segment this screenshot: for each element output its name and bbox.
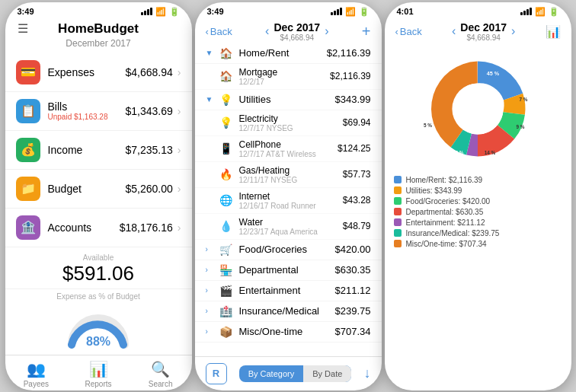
accounts-icon-box: 🏦 (16, 215, 40, 240)
month-nav: ‹ Dec 2017 $4,668.94 › (265, 21, 328, 42)
home-rent-icon: 🏠 (219, 47, 233, 59)
status-bar-3: 4:01 📶 🔋 (385, 2, 571, 18)
legend-utilities: Utilities: $343.99 (394, 186, 562, 195)
water-amount: $48.79 (343, 221, 371, 231)
ins-icon: 🏥 (219, 305, 233, 317)
s3-back-chevron-icon: ‹ (395, 26, 398, 37)
cellphone-row[interactable]: 📱 CellPhone 12/7/17 AT&T Wireless $124.2… (195, 136, 382, 162)
pct-ins: 5 % (424, 123, 432, 128)
dept-icon: 🏪 (219, 264, 233, 276)
add-button[interactable]: + (362, 23, 371, 40)
search-tab-label: Search (149, 380, 173, 388)
s2-bottom-bar: R By Category By Date ↓ (195, 356, 382, 390)
misc-expand-icon: › (206, 327, 213, 336)
food-row[interactable]: › 🛒 Food/Groceries $420.00 (195, 240, 382, 260)
utilities-row[interactable]: ▼ 💡 Utilities $343.99 (195, 90, 382, 110)
electricity-amount: $69.94 (343, 117, 371, 128)
budget-chevron: › (178, 183, 181, 195)
wifi-icon-3: 📶 (535, 7, 546, 17)
internet-row[interactable]: 🌐 Internet 12/16/17 Road Runner $43.28 (195, 188, 382, 214)
gas-icon: 🔥 (219, 168, 233, 180)
s3-back-button[interactable]: ‹ Back (395, 26, 422, 37)
legend-dot-home (394, 176, 402, 183)
food-amount: $420.00 (335, 244, 371, 255)
dept-row[interactable]: › 🏪 Departmental $630.35 (195, 260, 382, 281)
bills-icon: 📋 (21, 104, 36, 118)
menu-icon[interactable]: ☰ (18, 21, 28, 36)
search-tab-icon: 🔍 (151, 360, 170, 378)
income-amount: $7,235.13 (126, 144, 173, 156)
r-button[interactable]: R (206, 363, 227, 384)
legend-food: Food/Groceries: $420.00 (394, 197, 562, 206)
legend-dot-misc (394, 240, 402, 247)
accounts-chevron: › (178, 221, 181, 234)
legend-dot-ent (394, 218, 402, 226)
legend-dot-food (394, 197, 402, 205)
bills-row[interactable]: 📋 Bills Unpaid $1,163.28 $1,343.69 › (5, 92, 192, 131)
utilities-amount: $343.99 (335, 94, 371, 105)
by-category-button[interactable]: By Category (239, 365, 304, 382)
reports-tab-label: Reports (85, 380, 112, 388)
ins-row[interactable]: › 🏥 Insurance/Medical $239.75 (195, 301, 382, 322)
water-row[interactable]: 💧 Water 12/23/17 Aqua America $48.79 (195, 214, 382, 240)
donut-center (452, 83, 503, 134)
cellphone-icon: 📱 (219, 142, 233, 155)
expenses-chevron: › (178, 66, 181, 78)
accounts-amount: $18,176.16 (120, 221, 173, 234)
status-icons-2: 📶 🔋 (331, 7, 370, 17)
accounts-icon: 🏦 (21, 220, 36, 234)
accounts-label: Accounts (48, 221, 120, 234)
expenses-label: Expenses (48, 66, 126, 78)
donut-svg: 45 % 7 % 9 % 14 % 5 % 5 % 16 % (402, 48, 554, 170)
chart-type-icon[interactable]: 📊 (546, 24, 561, 39)
gas-row[interactable]: 🔥 Gas/Heating 12/11/17 NYSEG $57.73 (195, 162, 382, 188)
mortgage-icon: 🏠 (219, 70, 233, 82)
ent-name: Entertainment (239, 285, 335, 296)
misc-row[interactable]: › 📦 Misc/One-time $707.34 (195, 322, 382, 343)
accounts-row[interactable]: 🏦 Accounts $18,176.16 › (5, 209, 192, 247)
tab-reports[interactable]: 📊 Reports (67, 360, 130, 388)
home-rent-amount: $2,116.39 (327, 47, 371, 59)
back-label: Back (210, 26, 232, 37)
s3-next-month-button[interactable]: › (511, 24, 515, 38)
ent-row[interactable]: › 🎬 Entertainment $211.12 (195, 281, 382, 301)
month-title-block: Dec 2017 $4,668.94 (274, 21, 320, 42)
mortgage-row[interactable]: 🏠 Mortgage 12/2/17 $2,116.39 (195, 64, 382, 90)
cellphone-name: CellPhone 12/7/17 AT&T Wireless (239, 139, 338, 158)
s3-prev-month-button[interactable]: ‹ (452, 24, 456, 38)
home-rent-row[interactable]: ▼ 🏠 Home/Rent $2,116.39 (195, 43, 382, 64)
back-button[interactable]: ‹ Back (206, 26, 232, 37)
ent-expand-icon: › (206, 286, 213, 295)
electricity-name: Electricity 12/7/17 NYSEG (239, 113, 343, 132)
dept-name: Departmental (239, 264, 335, 276)
legend-label-utilities: Utilities: $343.99 (406, 186, 462, 195)
tab-search[interactable]: 🔍 Search (130, 360, 192, 388)
by-date-button[interactable]: By Date (303, 365, 351, 382)
next-month-button[interactable]: › (325, 24, 328, 38)
budget-row[interactable]: 📁 Budget $5,260.00 › (5, 170, 192, 209)
misc-icon: 📦 (219, 326, 233, 338)
payees-tab-label: Payees (24, 380, 49, 388)
legend-label-dept: Departmental: $630.35 (406, 208, 484, 216)
budget-amount: $5,260.00 (126, 183, 173, 195)
home-rent-name: Home/Rent (239, 47, 327, 59)
legend-ent: Entertainment: $211.12 (394, 218, 562, 227)
home-rent-expand-icon: ▼ (206, 49, 213, 57)
pct-home: 45 % (487, 70, 500, 77)
s3-month-title-block: Dec 2017 $4,668.94 (460, 21, 507, 42)
tab-payees[interactable]: 👥 Payees (5, 360, 68, 388)
dept-expand-icon: › (206, 266, 213, 274)
legend-label-misc: Misc/One-time: $707.34 (406, 240, 487, 248)
s2-header: ‹ Back ‹ Dec 2017 $4,668.94 › + (195, 18, 382, 43)
legend-dot-dept (394, 208, 402, 215)
utilities-name: Utilities (239, 94, 335, 105)
prev-month-button[interactable]: ‹ (265, 24, 269, 38)
electricity-row[interactable]: 💡 Electricity 12/7/17 NYSEG $69.94 (195, 110, 382, 136)
download-button[interactable]: ↓ (363, 365, 370, 381)
time-1: 3:49 (18, 7, 34, 16)
ent-icon: 🎬 (219, 285, 233, 297)
electricity-icon: 💡 (219, 116, 233, 129)
pct-misc: 16 % (422, 86, 434, 91)
income-row[interactable]: 💰 Income $7,235.13 › (5, 131, 192, 170)
expenses-row[interactable]: 💳 Expenses $4,668.94 › (5, 53, 192, 92)
